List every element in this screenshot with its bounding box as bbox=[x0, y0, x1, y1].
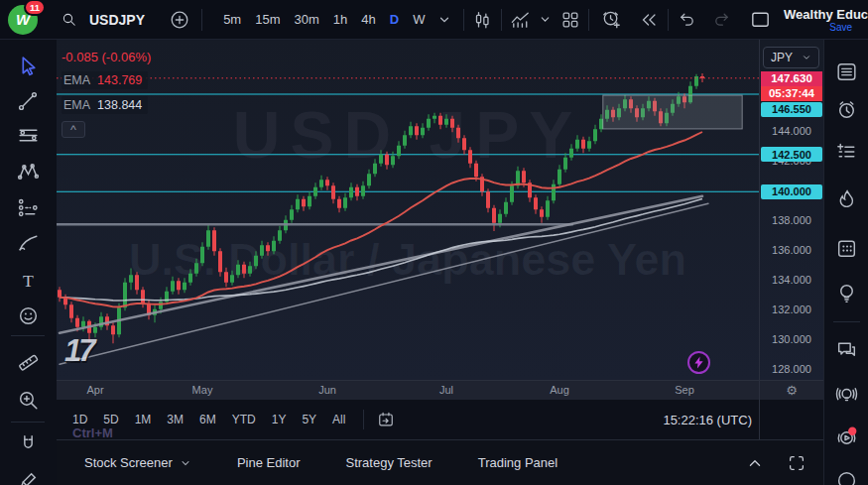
month-label: Apr bbox=[86, 384, 103, 396]
indicators-chevron-icon[interactable] bbox=[533, 6, 558, 34]
chat-icon[interactable] bbox=[833, 336, 860, 363]
last-price-label: 147.630 05:37:44 bbox=[761, 71, 822, 101]
price-axis[interactable]: JPY 147.630 05:37:44 144.000142.000138.0… bbox=[759, 40, 823, 380]
minds-bubble-button[interactable] bbox=[687, 351, 710, 374]
price-change: -0.085 (-0.06%) bbox=[62, 50, 151, 64]
xabcd-pattern-tool-icon[interactable] bbox=[15, 159, 42, 185]
save-button[interactable]: Save bbox=[829, 22, 852, 33]
timeframe-1h[interactable]: 1h bbox=[326, 8, 354, 31]
price-level-label: 140.000 bbox=[761, 184, 822, 199]
range-1y[interactable]: 1Y bbox=[266, 409, 293, 430]
panel-tab-strategy-tester[interactable]: Strategy Tester bbox=[345, 455, 432, 470]
brush-tool-icon[interactable] bbox=[15, 230, 42, 257]
axis-corner-lower bbox=[759, 400, 823, 439]
emoji-tool-icon[interactable] bbox=[15, 303, 42, 329]
compare-add-icon[interactable] bbox=[167, 6, 191, 34]
bar-replay-icon[interactable] bbox=[636, 6, 661, 34]
separator bbox=[463, 9, 464, 31]
redo-icon[interactable] bbox=[709, 6, 734, 34]
ruler-tool-icon[interactable] bbox=[15, 349, 42, 376]
streams-icon[interactable] bbox=[833, 424, 860, 450]
range-5d[interactable]: 5D bbox=[97, 409, 124, 430]
legend-collapse-button[interactable]: ^ bbox=[62, 121, 85, 138]
right-toolbar bbox=[823, 40, 868, 485]
hotlists-icon[interactable] bbox=[833, 185, 860, 212]
price-tick: 138.000 bbox=[760, 214, 823, 226]
month-label: Sep bbox=[675, 384, 694, 396]
text-tool-icon[interactable]: T bbox=[15, 267, 42, 294]
cursor-tool-icon[interactable] bbox=[15, 54, 42, 80]
account-menu[interactable]: Wealthy Educ Save bbox=[783, 7, 868, 33]
timeframe-15m[interactable]: 15m bbox=[248, 8, 287, 31]
fib-retracement-tool-icon[interactable] bbox=[15, 123, 42, 150]
text-notes-icon[interactable] bbox=[833, 138, 860, 165]
panel-expand-icon[interactable] bbox=[742, 450, 768, 476]
price-level-label: 146.550 bbox=[761, 102, 822, 117]
candlestick-chart[interactable] bbox=[57, 40, 759, 380]
panel-tab-pine-editor[interactable]: Pine Editor bbox=[237, 455, 301, 470]
session-clock[interactable]: 15:22:16 (UTC) bbox=[663, 413, 752, 427]
watchlist-icon[interactable] bbox=[833, 59, 860, 85]
chevron-down-icon[interactable] bbox=[432, 6, 456, 34]
tradingview-watermark-logo[interactable]: 17 bbox=[64, 333, 92, 369]
range-5y[interactable]: 5Y bbox=[296, 409, 322, 430]
forecast-tool-icon[interactable] bbox=[15, 194, 42, 221]
chevron-down-icon bbox=[802, 53, 811, 62]
candle-style-icon[interactable] bbox=[470, 6, 495, 34]
axis-settings-corner: ⚙ bbox=[759, 380, 823, 400]
month-label: May bbox=[192, 384, 213, 396]
timeframe-w[interactable]: W bbox=[406, 8, 432, 31]
trend-line-tool-icon[interactable] bbox=[15, 87, 42, 114]
zoom-in-tool-icon[interactable] bbox=[15, 387, 42, 414]
price-tick: 136.000 bbox=[760, 244, 823, 256]
timeframe-5m[interactable]: 5m bbox=[216, 8, 248, 31]
undo-icon[interactable] bbox=[674, 6, 698, 34]
timeframe-group: 5m15m30m1h4hDW bbox=[216, 8, 432, 31]
layout-grid-icon[interactable] bbox=[558, 6, 582, 34]
date-axis[interactable]: AprMayJunJulAugSep bbox=[57, 380, 759, 400]
toolbar-divider bbox=[11, 335, 45, 336]
layout-panel-icon[interactable] bbox=[748, 6, 773, 34]
goto-date-icon[interactable] bbox=[372, 406, 400, 433]
separator bbox=[201, 9, 202, 31]
price-tick: 130.000 bbox=[760, 333, 823, 345]
svg-text:T: T bbox=[23, 271, 34, 291]
draw-tool-icon[interactable] bbox=[15, 467, 42, 485]
month-label: Jun bbox=[318, 384, 336, 396]
app-logo[interactable]: W 11 bbox=[8, 5, 38, 35]
timeframe-30m[interactable]: 30m bbox=[288, 8, 326, 31]
live-ideas-icon[interactable] bbox=[833, 382, 860, 409]
symbol-search[interactable]: USDJPY bbox=[56, 6, 145, 34]
timeframe-d[interactable]: D bbox=[383, 8, 406, 31]
separator bbox=[501, 9, 502, 31]
alerts-icon[interactable] bbox=[833, 96, 860, 123]
timeframe-4h[interactable]: 4h bbox=[354, 8, 382, 31]
range-all[interactable]: All bbox=[326, 409, 351, 430]
indicators-icon[interactable] bbox=[508, 6, 533, 34]
panel-tab-trading-panel[interactable]: Trading Panel bbox=[478, 455, 558, 470]
panel-tab-stock-screener[interactable]: Stock Screener bbox=[84, 455, 191, 470]
bottom-panel: Stock ScreenerPine EditorStrategy Tester… bbox=[57, 439, 823, 485]
top-toolbar: W 11 USDJPY 5m15m30m1h4hDW bbox=[0, 0, 868, 40]
ema-slow-legend[interactable]: EMA138.844 bbox=[62, 96, 148, 114]
range-6m[interactable]: 6M bbox=[193, 409, 222, 430]
range-ytd[interactable]: YTD bbox=[226, 409, 262, 430]
range-1m[interactable]: 1M bbox=[129, 409, 158, 430]
fullscreen-icon[interactable] bbox=[784, 450, 809, 476]
separator bbox=[588, 9, 589, 31]
gear-icon[interactable]: ⚙ bbox=[786, 384, 798, 397]
price-level-label: 142.500 bbox=[761, 147, 822, 162]
calendar-icon[interactable] bbox=[833, 235, 860, 262]
range-3m[interactable]: 3M bbox=[161, 409, 189, 430]
currency-dropdown[interactable]: JPY bbox=[763, 47, 819, 68]
alert-plus-icon[interactable] bbox=[599, 6, 624, 34]
magnet-tool-icon[interactable] bbox=[15, 430, 42, 457]
ema-fast-legend[interactable]: EMA143.769 bbox=[62, 71, 148, 89]
ideas-icon[interactable] bbox=[833, 280, 860, 306]
help-icon[interactable] bbox=[833, 464, 860, 485]
bottom-panel-tabs: Stock ScreenerPine EditorStrategy Tester… bbox=[84, 455, 603, 470]
account-name: Wealthy Educ bbox=[784, 7, 868, 22]
range-1d[interactable]: 1D bbox=[66, 409, 93, 430]
price-tick: 144.000 bbox=[760, 125, 823, 137]
month-label: Jul bbox=[439, 384, 453, 396]
